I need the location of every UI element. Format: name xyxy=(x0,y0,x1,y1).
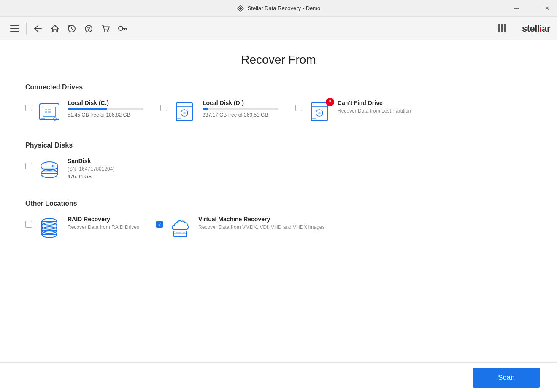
drive-item-local-d: Local Disk (D:) 337.17 GB free of 369.51… xyxy=(160,99,278,125)
drive-info-vm: Virtual Machine Recovery Recover Data fr… xyxy=(198,216,324,230)
svg-rect-48 xyxy=(176,232,181,233)
home-button[interactable] xyxy=(47,21,63,37)
hamburger-icon xyxy=(10,25,19,32)
drive-info-sandisk: SanDisk (SN: 164717801204) 476.94 GB xyxy=(68,158,114,180)
svg-rect-19 xyxy=(48,111,51,113)
history-button[interactable] xyxy=(64,21,80,37)
grid-icon xyxy=(498,24,506,32)
toolbar-nav: ? xyxy=(7,21,492,37)
other-locations-title: Other Locations xyxy=(25,200,532,207)
help-button[interactable]: ? xyxy=(81,21,97,37)
history-icon xyxy=(68,24,76,33)
svg-rect-17 xyxy=(48,109,51,110)
connected-drives-section: Connected Drives xyxy=(25,83,532,125)
toolbar-divider-2 xyxy=(516,23,516,35)
hdd-icon-d xyxy=(172,99,197,124)
maximize-button[interactable]: □ xyxy=(525,3,538,14)
drive-checkbox-raid[interactable] xyxy=(25,221,32,228)
raid-icon xyxy=(37,216,62,240)
home-icon xyxy=(51,24,59,33)
svg-rect-2 xyxy=(10,31,19,32)
drive-subtitle-cant-find: Recover Data from Lost Partition xyxy=(338,108,411,114)
svg-text:?: ? xyxy=(87,26,90,32)
drive-bar-d xyxy=(203,108,278,110)
window-controls: — □ ✕ xyxy=(510,3,554,14)
drive-info-local-d: Local Disk (D:) 337.17 GB free of 369.51… xyxy=(203,99,278,118)
drive-icon-vm xyxy=(168,216,193,241)
app-icon xyxy=(237,5,244,12)
main-content: Recover From Connected Drives xyxy=(0,40,557,362)
drive-info-local-c: Local Disk (C:) 51.45 GB free of 106.82 … xyxy=(68,99,143,118)
window-title: Stellar Data Recovery - Demo xyxy=(237,5,321,12)
grid-menu-button[interactable] xyxy=(494,21,510,37)
drive-item-vm: Virtual Machine Recovery Recover Data fr… xyxy=(156,216,324,241)
drive-sn-sandisk: (SN: 164717801204) xyxy=(68,166,114,172)
stellar-logo-red-i: i xyxy=(540,23,542,34)
menu-button[interactable] xyxy=(7,21,23,37)
drive-checkbox-sandisk[interactable] xyxy=(25,163,32,169)
stellar-logo: stelliar xyxy=(522,23,550,34)
window-title-text: Stellar Data Recovery - Demo xyxy=(248,5,321,11)
drive-icon-local-d xyxy=(172,99,197,125)
drive-checkbox-local-c[interactable] xyxy=(25,105,32,111)
page-title: Recover From xyxy=(25,53,532,67)
drive-name-cant-find: Can't Find Drive xyxy=(338,99,411,106)
close-button[interactable]: ✕ xyxy=(540,3,554,14)
key-button[interactable] xyxy=(114,21,130,37)
drive-checkbox-local-d[interactable] xyxy=(160,105,167,111)
drive-info-cant-find: Can't Find Drive Recover Data from Lost … xyxy=(338,99,411,114)
drive-icon-cant-find: ? xyxy=(307,99,333,125)
svg-rect-16 xyxy=(45,109,47,110)
physical-disks-section: Physical Disks SanDis xyxy=(25,142,532,183)
drive-bar-fill-c xyxy=(68,108,107,110)
svg-point-8 xyxy=(104,30,105,32)
other-locations-grid: RAID Recovery Recover Data from RAID Dri… xyxy=(25,216,532,241)
drive-icon-raid xyxy=(37,216,62,241)
drive-name-sandisk: SanDisk xyxy=(68,158,114,164)
svg-rect-31 xyxy=(312,118,316,119)
help-icon: ? xyxy=(84,24,93,33)
toolbar-divider-1 xyxy=(26,23,27,35)
svg-rect-0 xyxy=(10,25,19,26)
drive-icon-sandisk xyxy=(37,158,62,183)
connected-drives-grid: Local Disk (C:) 51.45 GB free of 106.82 … xyxy=(25,99,532,125)
hdd-icon-sandisk xyxy=(37,158,62,182)
cart-icon xyxy=(101,24,110,33)
title-bar: Stellar Data Recovery - Demo — □ ✕ xyxy=(0,0,557,17)
connected-drives-title: Connected Drives xyxy=(25,83,532,91)
svg-point-47 xyxy=(184,232,185,233)
drive-item-cant-find: ? Can't Find Drive Recover Data from Los… xyxy=(295,99,411,125)
cart-button[interactable] xyxy=(97,21,114,37)
svg-rect-26 xyxy=(177,118,181,119)
drive-subtitle-raid: Recover Data from RAID Drives xyxy=(68,224,139,230)
scan-button[interactable]: Scan xyxy=(473,368,540,388)
back-icon xyxy=(34,25,42,32)
drive-checkbox-cant-find[interactable] xyxy=(295,105,302,111)
other-locations-section: Other Locations xyxy=(25,200,532,241)
physical-disks-title: Physical Disks xyxy=(25,142,532,149)
back-button[interactable] xyxy=(30,21,46,37)
drive-info-raid: RAID Recovery Recover Data from RAID Dri… xyxy=(68,216,139,230)
drive-checkbox-vm[interactable] xyxy=(156,221,163,228)
drive-subtitle-vm: Recover Data from VMDK, VDI, VHD and VHD… xyxy=(198,224,324,230)
svg-point-30 xyxy=(318,112,321,114)
toolbar: ? st xyxy=(0,17,557,40)
footer: Scan xyxy=(0,362,557,392)
drive-name-vm: Virtual Machine Recovery xyxy=(198,216,324,223)
cant-find-badge: ? xyxy=(326,98,334,106)
drive-size-sandisk: 476.94 GB xyxy=(68,174,114,180)
drive-size-d: 337.17 GB free of 369.51 GB xyxy=(203,112,278,118)
minimize-button[interactable]: — xyxy=(510,3,523,14)
drive-size-c: 51.45 GB free of 106.82 GB xyxy=(68,112,143,118)
hdd-icon-c xyxy=(37,99,62,124)
svg-point-9 xyxy=(107,30,109,32)
physical-disks-grid: SanDisk (SN: 164717801204) 476.94 GB xyxy=(25,158,532,183)
svg-rect-18 xyxy=(45,111,47,113)
key-icon xyxy=(118,24,127,33)
drive-name-local-c: Local Disk (C:) xyxy=(68,99,143,106)
drive-name-raid: RAID Recovery xyxy=(68,216,139,223)
svg-point-25 xyxy=(183,112,186,114)
drive-bar-fill-d xyxy=(203,108,208,110)
svg-rect-21 xyxy=(41,118,45,120)
svg-rect-1 xyxy=(10,28,19,29)
